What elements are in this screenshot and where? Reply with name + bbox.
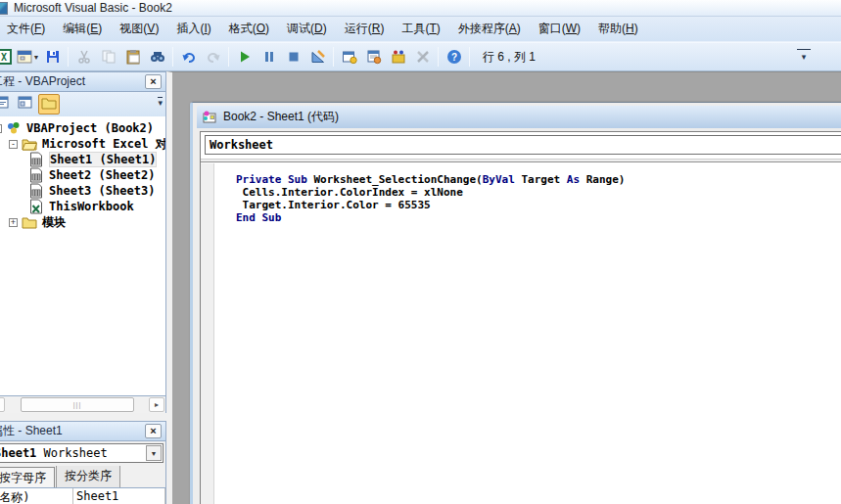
object-browser-button[interactable] bbox=[387, 46, 409, 68]
view-excel-button[interactable]: X bbox=[0, 46, 15, 68]
toggle-folders-button[interactable] bbox=[38, 94, 60, 115]
paste-button[interactable] bbox=[121, 46, 144, 68]
tree-item-label: VBAProject (Book2) bbox=[26, 121, 154, 135]
margin-indicator-bar[interactable] bbox=[201, 163, 214, 504]
view-code-button[interactable] bbox=[0, 94, 13, 115]
cut-button[interactable] bbox=[72, 46, 95, 68]
svg-text:X: X bbox=[0, 52, 6, 63]
code-text[interactable]: Private Sub Worksheet_SelectionChange(By… bbox=[236, 173, 625, 224]
scroll-right-icon[interactable]: ▸ bbox=[149, 397, 164, 412]
excel-icon: X bbox=[0, 49, 12, 65]
tree-item-label: Sheet2 (Sheet2) bbox=[49, 168, 155, 182]
collapse-icon[interactable]: - bbox=[9, 140, 18, 149]
code-line[interactable]: End Sub bbox=[236, 211, 625, 224]
toolbar-overflow-icon[interactable]: ▾ bbox=[797, 49, 811, 65]
redo-button[interactable] bbox=[202, 46, 224, 68]
tree-item-sheet3-sheet3[interactable]: Sheet3 (Sheet3) bbox=[0, 183, 165, 199]
properties-close-icon[interactable]: × bbox=[145, 424, 162, 438]
tree-item-label: Sheet1 (Sheet1) bbox=[49, 152, 157, 167]
copy-button[interactable] bbox=[97, 46, 119, 68]
reset-button[interactable] bbox=[282, 46, 304, 68]
tab-categorized[interactable]: 按分类序 bbox=[56, 465, 120, 487]
worksheet-icon bbox=[28, 167, 44, 183]
tree-item-sheet2-sheet2[interactable]: Sheet2 (Sheet2) bbox=[0, 167, 165, 183]
code-window-titlebar[interactable]: Book2 - Sheet1 (代码) bbox=[197, 106, 841, 128]
menu-item-R[interactable]: 运行(R) bbox=[336, 17, 394, 41]
insert-userform-button[interactable]: ▼ bbox=[17, 46, 39, 68]
view-object-button[interactable] bbox=[15, 94, 36, 115]
properties-header[interactable]: 属性 - Sheet1 × bbox=[0, 421, 166, 441]
menu-item-F[interactable]: 文件(F) bbox=[0, 17, 54, 41]
menu-item-A[interactable]: 外接程序(A) bbox=[449, 17, 530, 41]
undo-icon bbox=[181, 49, 197, 65]
menu-item-T[interactable]: 工具(T) bbox=[393, 17, 448, 41]
window-titlebar[interactable]: Microsoft Visual Basic - Book2 bbox=[0, 0, 841, 17]
cursor-position-label: 行 6 , 列 1 bbox=[483, 49, 536, 66]
menu-item-O[interactable]: 格式(O) bbox=[220, 17, 278, 41]
run-icon bbox=[237, 49, 253, 65]
expand-icon[interactable]: + bbox=[9, 218, 18, 227]
menu-item-H[interactable]: 帮助(H) bbox=[589, 17, 647, 41]
panel-splitter[interactable] bbox=[0, 413, 166, 421]
property-name[interactable]: (名称) bbox=[0, 488, 73, 504]
tree-item-sheet1-sheet1[interactable]: Sheet1 (Sheet1) bbox=[0, 152, 165, 167]
object-selector-dropdown-icon[interactable]: ▼ bbox=[146, 445, 162, 461]
scrollbar-thumb[interactable]: ||| bbox=[21, 397, 134, 412]
project-explorer-header[interactable]: 工程 - VBAProject × bbox=[0, 71, 166, 92]
help-button[interactable]: ? bbox=[443, 46, 465, 68]
view-object-icon bbox=[18, 95, 33, 115]
dropdown-arrow-icon[interactable]: ▼ bbox=[33, 54, 40, 61]
userform-icon bbox=[17, 49, 32, 65]
menu-item-E[interactable]: 编辑(E) bbox=[54, 17, 111, 41]
tree-item-[interactable]: +模块 bbox=[0, 214, 165, 230]
menu-item-W[interactable]: 窗口(W) bbox=[530, 17, 589, 41]
code-line[interactable]: Target.Interior.Color = 65535 bbox=[236, 199, 625, 211]
project-icon bbox=[342, 49, 357, 65]
menu-item-D[interactable]: 调试(D) bbox=[278, 17, 336, 41]
copy-icon bbox=[101, 49, 117, 65]
folder-open-icon bbox=[22, 136, 37, 152]
menu-item-I[interactable]: 插入(I) bbox=[167, 17, 219, 41]
mdi-background: Book2 - Sheet1 (代码) Worksheet Private Su… bbox=[166, 71, 841, 504]
code-editor[interactable]: Private Sub Worksheet_SelectionChange(By… bbox=[201, 163, 841, 504]
code-line[interactable]: Cells.Interior.ColorIndex = xlNone bbox=[236, 186, 625, 199]
project-toolbar-overflow-icon[interactable]: ▾ bbox=[158, 97, 163, 109]
code-content: Worksheet Private Sub Worksheet_Selectio… bbox=[200, 131, 841, 504]
save-button[interactable] bbox=[41, 46, 64, 68]
project-explorer-button[interactable] bbox=[338, 46, 360, 68]
property-row[interactable]: (名称) Sheet1 bbox=[0, 488, 165, 504]
find-icon bbox=[150, 49, 165, 65]
undo-button[interactable] bbox=[177, 46, 200, 68]
props-icon bbox=[366, 49, 382, 65]
tab-alphabetic[interactable]: 按字母序 bbox=[0, 467, 55, 487]
workspace: 工程 - VBAProject × ▾ -VBAProject (Book2)-… bbox=[0, 71, 841, 504]
property-value[interactable]: Sheet1 bbox=[73, 488, 165, 504]
object-combo[interactable]: Worksheet bbox=[205, 135, 841, 155]
properties-window-button[interactable] bbox=[362, 46, 385, 68]
tree-item-thisworkbook[interactable]: ThisWorkbook bbox=[0, 199, 165, 214]
toolbox-button[interactable] bbox=[411, 46, 434, 68]
properties-object-selector[interactable]: Sheet1 Worksheet bbox=[0, 443, 164, 463]
break-icon bbox=[261, 49, 277, 65]
window-title: Microsoft Visual Basic - Book2 bbox=[14, 1, 172, 15]
worksheet-icon bbox=[28, 183, 44, 199]
code-window-title: Book2 - Sheet1 (代码) bbox=[223, 109, 339, 125]
toolbar: X▼?行 6 , 列 1 bbox=[0, 42, 841, 71]
break-button[interactable] bbox=[257, 46, 280, 68]
left-column: 工程 - VBAProject × ▾ -VBAProject (Book2)-… bbox=[0, 71, 166, 504]
project-tree-hscrollbar[interactable]: ◂ ||| ▸ bbox=[0, 396, 166, 413]
tree-item-microsoft-excel[interactable]: -Microsoft Excel 对象 bbox=[0, 136, 165, 152]
folder-closed-icon bbox=[22, 214, 37, 230]
collapse-icon[interactable]: - bbox=[0, 124, 2, 133]
workbook-icon bbox=[28, 199, 44, 214]
scroll-left-icon[interactable]: ◂ bbox=[0, 397, 5, 412]
code-line[interactable]: Private Sub Worksheet_SelectionChange(By… bbox=[236, 173, 625, 186]
menu-item-V[interactable]: 视图(V) bbox=[111, 17, 167, 41]
find-button[interactable] bbox=[146, 46, 168, 68]
project-explorer-close-icon[interactable]: × bbox=[145, 74, 162, 89]
tree-item-vbaproject-book2[interactable]: -VBAProject (Book2) bbox=[0, 120, 165, 136]
project-icon bbox=[6, 120, 22, 136]
design-mode-button[interactable] bbox=[306, 46, 329, 68]
tools-icon bbox=[415, 49, 431, 65]
run-button[interactable] bbox=[233, 46, 256, 68]
